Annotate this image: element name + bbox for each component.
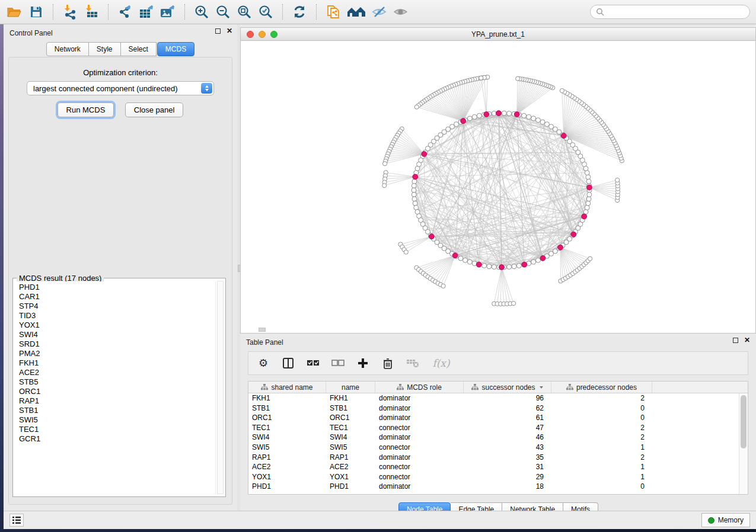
mcds-result-item[interactable]: CAR1 — [19, 292, 215, 302]
mcds-result-item[interactable]: SRD1 — [19, 339, 215, 349]
cell-predecessor-nodes[interactable]: 0 — [551, 482, 652, 492]
cell-MCDS-role[interactable]: connector — [375, 462, 464, 472]
mcds-result-item[interactable]: STB5 — [19, 377, 215, 387]
network-leaf-node[interactable] — [414, 105, 419, 109]
save-session-icon[interactable] — [27, 3, 45, 21]
show-all-networks-icon[interactable] — [346, 3, 367, 21]
table-row[interactable]: YOX1YOX1connector291 — [248, 472, 738, 482]
network-leaf-node[interactable] — [588, 257, 592, 261]
mcds-result-list[interactable]: PHD1CAR1STP4TID3YOX1SWI4SRD1PMA2FKH1ACE2… — [15, 281, 216, 494]
search-input[interactable] — [607, 8, 744, 16]
refresh-icon[interactable] — [291, 3, 308, 21]
network-node[interactable] — [412, 192, 416, 197]
cell-predecessor-nodes[interactable]: 2 — [551, 423, 652, 433]
float-panel-icon[interactable] — [215, 28, 221, 34]
network-node[interactable] — [412, 184, 416, 188]
window-minimize-icon[interactable] — [259, 31, 266, 38]
close-panel-icon[interactable]: ✕ — [744, 338, 750, 343]
horizontal-splitter-handle[interactable] — [259, 328, 266, 332]
cell-MCDS-role[interactable]: dominator — [375, 482, 464, 492]
cell-predecessor-nodes[interactable]: 1 — [551, 462, 652, 472]
mcds-list-scrollbar[interactable] — [217, 281, 224, 494]
mcds-result-item[interactable]: ACE2 — [19, 368, 215, 377]
mcds-dominator-node[interactable] — [476, 262, 481, 267]
network-node[interactable] — [535, 118, 540, 123]
memory-button[interactable]: Memory — [701, 513, 750, 527]
tab-mcds[interactable]: MCDS — [157, 42, 194, 56]
cell-shared-name[interactable]: SWI5 — [248, 443, 326, 453]
cell-successor-nodes[interactable]: 96 — [464, 393, 551, 403]
tab-select[interactable]: Select — [121, 42, 157, 56]
network-node[interactable] — [412, 179, 417, 184]
mcds-dominator-node[interactable] — [514, 112, 519, 117]
network-node[interactable] — [586, 179, 591, 184]
network-node[interactable] — [472, 114, 477, 119]
close-panel-button[interactable]: Close panel — [125, 102, 184, 117]
cell-shared-name[interactable]: RAP1 — [248, 453, 326, 463]
mcds-result-item[interactable]: YOX1 — [19, 321, 215, 330]
mcds-dominator-node[interactable] — [422, 152, 427, 157]
network-node[interactable] — [507, 111, 512, 116]
network-node[interactable] — [412, 197, 417, 201]
mcds-dominator-node[interactable] — [484, 112, 489, 117]
cell-name[interactable]: PHD1 — [326, 482, 375, 492]
cell-MCDS-role[interactable]: dominator — [375, 432, 464, 443]
network-node[interactable] — [458, 256, 463, 261]
mcds-dominator-node[interactable] — [499, 265, 505, 270]
network-node[interactable] — [540, 120, 545, 124]
tab-style[interactable]: Style — [89, 42, 121, 56]
table-row[interactable]: SWI4SWI4dominator462 — [248, 432, 738, 443]
network-leaf-node[interactable] — [516, 76, 520, 81]
cell-MCDS-role[interactable]: dominator — [375, 413, 464, 423]
network-node[interactable] — [487, 264, 492, 269]
cell-name[interactable]: RAP1 — [326, 453, 375, 463]
cell-predecessor-nodes[interactable]: 2 — [551, 393, 652, 403]
network-leaf-node[interactable] — [479, 76, 483, 80]
cell-shared-name[interactable]: STB1 — [248, 403, 326, 414]
mcds-result-item[interactable]: TEC1 — [19, 425, 215, 434]
cell-name[interactable]: SWI5 — [326, 443, 375, 453]
export-table-icon[interactable] — [138, 3, 155, 21]
mcds-dominator-node[interactable] — [571, 232, 576, 237]
network-leaf-node[interactable] — [560, 88, 564, 92]
float-panel-icon[interactable] — [733, 338, 738, 343]
network-node[interactable] — [512, 264, 516, 269]
window-maximize-icon[interactable] — [270, 31, 277, 38]
zoom-in-icon[interactable] — [193, 3, 210, 21]
cell-MCDS-role[interactable]: dominator — [375, 393, 464, 403]
mcds-result-item[interactable]: SWI5 — [19, 415, 215, 425]
hide-details-icon[interactable] — [371, 3, 388, 21]
cell-successor-nodes[interactable]: 47 — [464, 423, 551, 433]
network-node[interactable] — [531, 116, 536, 121]
cell-successor-nodes[interactable]: 61 — [464, 413, 551, 423]
mcds-dominator-node[interactable] — [452, 253, 458, 258]
select-all-icon[interactable] — [307, 357, 320, 370]
column-header-successor-nodes[interactable]: successor nodes — [464, 382, 551, 393]
mcds-dominator-node[interactable] — [561, 133, 566, 139]
deselect-all-icon[interactable] — [331, 357, 344, 370]
network-node[interactable] — [516, 263, 521, 268]
column-visibility-icon[interactable] — [282, 357, 295, 370]
cell-name[interactable]: SWI4 — [326, 432, 375, 443]
mcds-result-item[interactable]: ORC1 — [19, 387, 215, 396]
mcds-result-item[interactable]: STB1 — [19, 406, 215, 415]
network-leaf-node[interactable] — [382, 162, 387, 166]
mcds-dominator-node[interactable] — [413, 174, 418, 180]
column-header-MCDS-role[interactable]: MCDS role — [375, 382, 464, 393]
mcds-result-item[interactable]: SWI4 — [19, 330, 215, 339]
show-details-icon[interactable] — [392, 3, 410, 21]
mcds-result-item[interactable]: FKH1 — [19, 358, 215, 368]
delete-table-icon[interactable] — [406, 357, 419, 370]
cell-successor-nodes[interactable]: 29 — [464, 472, 551, 482]
table-row[interactable]: SWI5SWI5connector431 — [248, 443, 738, 453]
cell-shared-name[interactable]: ACE2 — [248, 462, 326, 472]
network-node[interactable] — [586, 201, 591, 206]
mcds-dominator-node[interactable] — [558, 245, 563, 250]
network-leaf-node[interactable] — [615, 178, 619, 182]
cell-predecessor-nodes[interactable]: 2 — [551, 453, 652, 463]
open-file-icon[interactable] — [6, 3, 24, 21]
cell-name[interactable]: YOX1 — [326, 472, 375, 482]
cell-predecessor-nodes[interactable]: 2 — [551, 432, 652, 443]
network-node[interactable] — [522, 113, 527, 118]
tab-network[interactable]: Network — [46, 42, 89, 56]
